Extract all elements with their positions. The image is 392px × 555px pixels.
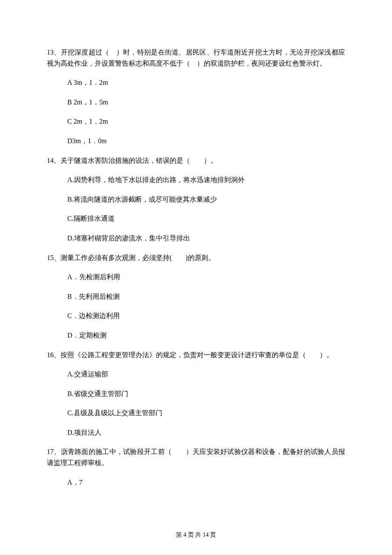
question-option: C．边检测边利用 [67, 310, 345, 321]
question-option: A 3m，1．2m [67, 77, 345, 88]
question-option: D.堵塞衬砌背后的渗流水，集中引导排出 [67, 233, 345, 244]
question-stem: 13、开挖深度超过（ ）时，特别是在街道、居民区、行车道附近开挖土方时，无论开挖… [47, 47, 345, 69]
question-option: D.项目法人 [67, 427, 345, 438]
question-option: A.交通运输部 [67, 369, 345, 380]
page-footer: 第 4 页 共 14 页 [0, 530, 392, 540]
question-option: C.县级及县级以上交通主管部门 [67, 408, 345, 419]
question-option: D．定期检测 [67, 330, 345, 341]
question-option: B．先利用后检测 [67, 291, 345, 302]
question-option: B.将流向隧道的水源截断，或尽可能使其水量减少 [67, 194, 345, 205]
question-option: B 2m，1．5m [67, 97, 345, 108]
question-option: C 2m，1．2m [67, 116, 345, 127]
question-stem: 16、按照《公路工程变更管理办法》的规定，负责对一般变更设计进行审查的单位是（ … [47, 350, 345, 361]
question-option: C.隔断排水通道 [67, 213, 345, 224]
document-page: 13、开挖深度超过（ ）时，特别是在街道、居民区、行车道附近开挖土方时，无论开挖… [0, 0, 392, 555]
question-option: A．7 [67, 477, 345, 488]
question-option: A．先检测后利用 [67, 272, 345, 283]
question-option: D3m，1．0m [67, 136, 345, 147]
question-option: B.省级交通主管部门 [67, 388, 345, 399]
question-stem: 15、测量工作必须有多次观测，必须坚持( )的原则。 [47, 252, 345, 263]
question-stem: 14、关于隧道水害防治措施的说法，错误的是（ ）。 [47, 155, 345, 166]
question-option: A.因势利导，给地下水以排走的出路，将水迅速地排到洞外 [67, 174, 345, 185]
question-stem: 17、沥青路面的施工中，试验段开工前（ ）天应安装好试验仪器和设备，配备好的试验… [47, 446, 345, 468]
